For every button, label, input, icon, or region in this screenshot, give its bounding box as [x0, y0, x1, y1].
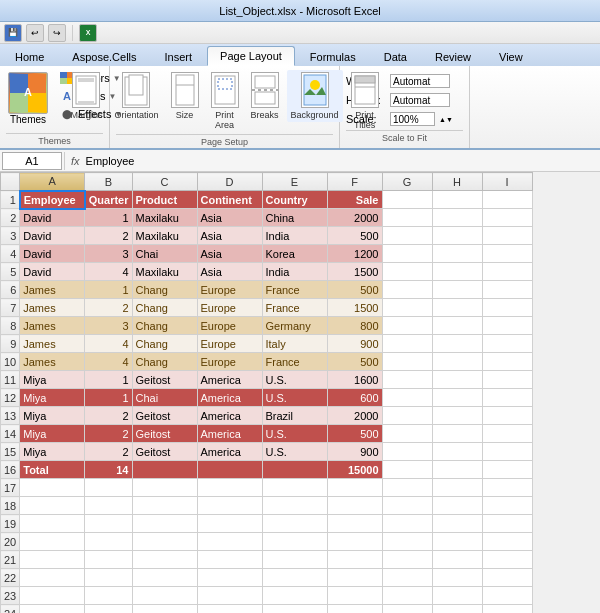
table-cell[interactable]: Maxilaku	[132, 209, 197, 227]
table-cell[interactable]	[262, 587, 327, 605]
table-cell[interactable]	[132, 569, 197, 587]
table-cell[interactable]: Product	[132, 191, 197, 209]
table-cell[interactable]	[20, 587, 85, 605]
table-cell[interactable]	[132, 479, 197, 497]
table-cell[interactable]: 1600	[327, 371, 382, 389]
table-cell[interactable]	[432, 569, 482, 587]
table-cell[interactable]	[132, 533, 197, 551]
table-cell[interactable]: Chang	[132, 281, 197, 299]
table-cell[interactable]	[85, 569, 132, 587]
table-cell[interactable]: Miya	[20, 371, 85, 389]
table-cell[interactable]	[382, 299, 432, 317]
table-cell[interactable]	[132, 515, 197, 533]
table-cell[interactable]: Miya	[20, 443, 85, 461]
table-cell[interactable]: Chai	[132, 245, 197, 263]
table-cell[interactable]	[382, 335, 432, 353]
table-cell[interactable]: Chai	[132, 389, 197, 407]
table-cell[interactable]	[382, 551, 432, 569]
table-cell[interactable]	[382, 407, 432, 425]
table-cell[interactable]	[432, 353, 482, 371]
table-cell[interactable]	[262, 533, 327, 551]
table-cell[interactable]	[482, 461, 532, 479]
table-cell[interactable]	[327, 515, 382, 533]
table-cell[interactable]	[432, 497, 482, 515]
table-cell[interactable]	[482, 317, 532, 335]
table-cell[interactable]: Europe	[197, 353, 262, 371]
table-cell[interactable]: Europe	[197, 299, 262, 317]
table-cell[interactable]: Miya	[20, 389, 85, 407]
table-cell[interactable]: Maxilaku	[132, 227, 197, 245]
table-cell[interactable]	[132, 605, 197, 614]
table-cell[interactable]	[482, 353, 532, 371]
undo-icon[interactable]: ↩	[26, 24, 44, 42]
table-cell[interactable]	[432, 335, 482, 353]
col-header-H[interactable]: H	[432, 173, 482, 191]
table-cell[interactable]	[20, 551, 85, 569]
table-cell[interactable]: U.S.	[262, 371, 327, 389]
table-cell[interactable]	[432, 533, 482, 551]
table-cell[interactable]: 2	[85, 299, 132, 317]
table-cell[interactable]	[327, 569, 382, 587]
table-cell[interactable]: Geitost	[132, 371, 197, 389]
scale-spinner[interactable]: ▲▼	[439, 116, 453, 123]
table-cell[interactable]: Chang	[132, 353, 197, 371]
table-cell[interactable]	[382, 515, 432, 533]
table-cell[interactable]: U.S.	[262, 425, 327, 443]
table-cell[interactable]	[262, 479, 327, 497]
tab-data[interactable]: Data	[371, 46, 420, 66]
table-cell[interactable]	[432, 263, 482, 281]
table-cell[interactable]	[20, 479, 85, 497]
breaks-button[interactable]: Breaks	[247, 70, 283, 122]
table-cell[interactable]: James	[20, 299, 85, 317]
table-cell[interactable]: 2	[85, 407, 132, 425]
table-cell[interactable]	[482, 425, 532, 443]
table-cell[interactable]	[432, 191, 482, 209]
themes-button[interactable]: A Themes	[6, 70, 50, 127]
col-header-F[interactable]: F	[327, 173, 382, 191]
table-cell[interactable]	[85, 497, 132, 515]
table-cell[interactable]	[482, 299, 532, 317]
size-button[interactable]: Size	[167, 70, 203, 122]
table-cell[interactable]: Geitost	[132, 407, 197, 425]
orientation-button[interactable]: Orientation	[110, 70, 162, 122]
background-button[interactable]: Background	[287, 70, 343, 122]
table-cell[interactable]: France	[262, 299, 327, 317]
table-cell[interactable]: France	[262, 281, 327, 299]
table-cell[interactable]: David	[20, 209, 85, 227]
table-cell[interactable]	[382, 479, 432, 497]
table-cell[interactable]	[382, 425, 432, 443]
table-cell[interactable]: Europe	[197, 281, 262, 299]
print-area-button[interactable]: Print Area	[207, 70, 243, 132]
save-icon[interactable]: 💾	[4, 24, 22, 42]
table-cell[interactable]: James	[20, 335, 85, 353]
table-cell[interactable]	[382, 389, 432, 407]
table-cell[interactable]: Quarter	[85, 191, 132, 209]
table-cell[interactable]: Germany	[262, 317, 327, 335]
table-cell[interactable]	[482, 245, 532, 263]
tab-home[interactable]: Home	[2, 46, 57, 66]
table-cell[interactable]	[482, 209, 532, 227]
table-cell[interactable]: 3	[85, 317, 132, 335]
table-cell[interactable]: 900	[327, 443, 382, 461]
table-cell[interactable]: Asia	[197, 209, 262, 227]
table-cell[interactable]: Brazil	[262, 407, 327, 425]
table-cell[interactable]	[482, 371, 532, 389]
table-cell[interactable]	[482, 587, 532, 605]
table-cell[interactable]	[482, 533, 532, 551]
table-cell[interactable]: Asia	[197, 263, 262, 281]
table-cell[interactable]	[20, 605, 85, 614]
table-cell[interactable]	[262, 569, 327, 587]
table-cell[interactable]: 1500	[327, 263, 382, 281]
table-cell[interactable]	[382, 587, 432, 605]
table-cell[interactable]	[382, 317, 432, 335]
table-cell[interactable]	[482, 389, 532, 407]
table-cell[interactable]: 500	[327, 353, 382, 371]
tab-formulas[interactable]: Formulas	[297, 46, 369, 66]
table-cell[interactable]: Sale	[327, 191, 382, 209]
col-header-A[interactable]: A	[20, 173, 85, 191]
table-cell[interactable]	[432, 425, 482, 443]
table-cell[interactable]: 500	[327, 425, 382, 443]
table-cell[interactable]	[20, 533, 85, 551]
col-header-C[interactable]: C	[132, 173, 197, 191]
table-cell[interactable]	[432, 389, 482, 407]
